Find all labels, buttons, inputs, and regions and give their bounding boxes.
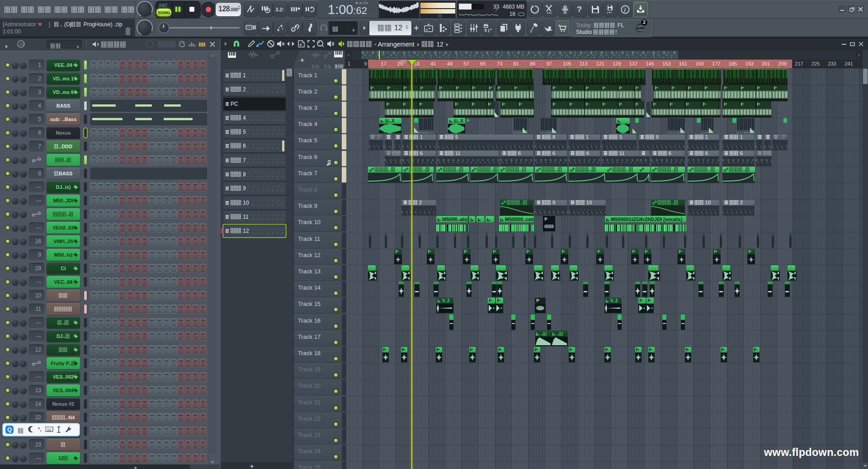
svg-text:?: ? — [577, 5, 582, 14]
svg-text:15: 15 — [19, 42, 24, 47]
svg-text:i: i — [624, 7, 626, 13]
